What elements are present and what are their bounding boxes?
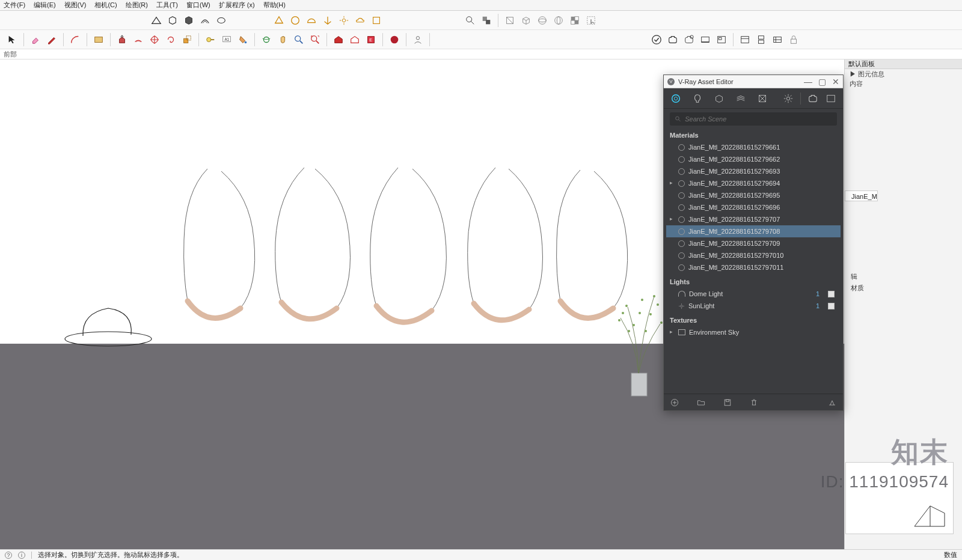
vray-prespective-icon[interactable]	[272, 13, 286, 28]
style-texture-icon[interactable]	[182, 13, 196, 28]
vray-fb-icon[interactable]	[714, 32, 729, 47]
menu-file[interactable]: 文件(F)	[4, 1, 25, 10]
vray-sun-icon[interactable]	[337, 13, 351, 28]
text-icon[interactable]: A1	[219, 32, 234, 47]
info-icon[interactable]: i	[18, 552, 25, 559]
vray-framebuf-icon[interactable]	[825, 93, 837, 105]
orbit-icon[interactable]	[259, 32, 274, 47]
vray-dome-icon[interactable]	[304, 13, 319, 28]
style-xray-icon[interactable]	[198, 13, 212, 28]
vray-material-item[interactable]: JianE_Mtl_20228816152797010	[666, 249, 841, 261]
vray-material-item[interactable]: JianE_Mtl_2022881615279661	[666, 141, 841, 153]
arc-icon[interactable]	[68, 32, 82, 47]
tray-entity-info[interactable]: ▶ 图元信息	[845, 69, 962, 79]
vray-settings-gear-icon[interactable]	[782, 93, 794, 105]
maximize-icon[interactable]: ▢	[818, 77, 826, 87]
menu-view[interactable]: 视图(V)	[64, 1, 87, 10]
vray-asset-icon[interactable]	[649, 32, 664, 47]
vray-batch-icon[interactable]	[738, 32, 752, 47]
vray-stack-icon[interactable]	[754, 32, 768, 47]
close-icon[interactable]: ✕	[832, 77, 839, 87]
vray-plane-icon[interactable]	[320, 13, 335, 28]
vray-tab-textures-icon[interactable]	[735, 93, 747, 105]
vray-material-item[interactable]: JianE_Mtl_2022881615279696	[666, 201, 841, 213]
vray-material-item[interactable]: JianE_Mtl_2022881615279709	[666, 237, 841, 249]
zoom-extents-icon[interactable]	[308, 32, 322, 47]
vray-delete-icon[interactable]	[749, 398, 759, 407]
vray-light-item[interactable]: SunLight1	[666, 300, 841, 312]
minimize-icon[interactable]: ―	[804, 77, 812, 87]
vray-add-icon[interactable]	[670, 398, 679, 407]
select-region-icon[interactable]	[463, 13, 477, 28]
menu-extensions[interactable]: 扩展程序 (x)	[219, 1, 255, 10]
vray-material-item[interactable]: JianE_Mtl_2022881615279693	[666, 165, 841, 177]
viewport[interactable]: 默认面板 ▶ 图元信息 内容 JianE_M 辑 材质 V V-Ray Asse…	[0, 59, 962, 549]
zoom-icon[interactable]	[292, 32, 306, 47]
vray-light-item[interactable]: Dome Light1	[666, 288, 841, 300]
light-enable-checkbox[interactable]	[828, 303, 835, 309]
vray-material-item[interactable]: JianE_Mtl_2022881615279662	[666, 153, 841, 165]
chevron-right-icon[interactable]: ▸	[670, 329, 673, 335]
vray-texture-item[interactable]: ▸Environment Sky	[666, 326, 841, 338]
menu-draw[interactable]: 绘图(R)	[126, 1, 148, 10]
vray-tab-settings-icon[interactable]	[756, 93, 768, 105]
warehouse-open-icon[interactable]	[348, 32, 362, 47]
vray-viewport-icon[interactable]	[698, 32, 712, 47]
pencil-icon[interactable]	[44, 32, 59, 47]
offset-icon[interactable]	[131, 32, 146, 47]
vray-interactive-icon[interactable]	[682, 32, 696, 47]
style-line-icon[interactable]	[149, 13, 164, 28]
vray-tab-materials-icon[interactable]	[670, 93, 682, 105]
select-tool-icon[interactable]	[5, 32, 19, 47]
vray-asset-editor-panel[interactable]: V V-Ray Asset Editor ― ▢ ✕	[663, 75, 844, 411]
light-enable-checkbox[interactable]	[828, 291, 835, 297]
pan-icon[interactable]	[275, 32, 290, 47]
scale-icon[interactable]	[180, 32, 194, 47]
vray-render-icon[interactable]	[807, 93, 819, 105]
wire-box-icon[interactable]	[503, 13, 517, 28]
vray-purge-icon[interactable]	[827, 398, 837, 407]
vray-material-item[interactable]: JianE_Mtl_2022881615279695	[666, 189, 841, 201]
rotate-icon[interactable]	[164, 32, 178, 47]
tape-icon[interactable]	[203, 32, 218, 47]
chevron-right-icon[interactable]: ▸	[670, 216, 673, 222]
tray-title[interactable]: 默认面板	[845, 59, 962, 69]
wire-globe-icon[interactable]	[551, 13, 566, 28]
vray-material-item[interactable]: JianE_Mtl_20228816152797011	[666, 261, 841, 273]
move-icon[interactable]	[147, 32, 162, 47]
menu-tools[interactable]: 工具(T)	[156, 1, 178, 10]
account-icon[interactable]	[411, 32, 425, 47]
vray-history-icon[interactable]	[770, 32, 785, 47]
vray-material-item[interactable]: ▸JianE_Mtl_2022881615279694	[666, 177, 841, 189]
vray-open-icon[interactable]	[696, 398, 706, 407]
region-select-icon[interactable]	[584, 13, 598, 28]
menu-help[interactable]: 帮助(H)	[263, 1, 286, 10]
vray-save-icon[interactable]	[723, 398, 732, 407]
vray-material-item[interactable]: JianE_Mtl_2022881615279708	[666, 225, 841, 237]
menu-edit[interactable]: 编辑(E)	[34, 1, 56, 10]
wire-cube-icon[interactable]	[519, 13, 533, 28]
vray-logo-icon[interactable]	[387, 32, 402, 47]
eraser-icon[interactable]	[28, 32, 43, 47]
tray-material-tab[interactable]: 材质	[845, 284, 962, 293]
menu-window[interactable]: 窗口(W)	[186, 1, 210, 10]
vray-render-icon[interactable]	[666, 32, 680, 47]
vray-search-field[interactable]	[670, 112, 837, 126]
tray-material-name[interactable]: JianE_M	[845, 190, 878, 201]
style-mono-icon[interactable]	[214, 13, 228, 28]
menu-camera[interactable]: 相机(C)	[94, 1, 117, 10]
warehouse-icon[interactable]	[331, 32, 346, 47]
extension-icon[interactable]: E	[364, 32, 378, 47]
select-add-icon[interactable]	[479, 13, 494, 28]
vray-sphere-icon[interactable]	[288, 13, 302, 28]
rectangle-icon[interactable]	[91, 32, 106, 47]
vray-box-icon[interactable]	[369, 13, 384, 28]
help-icon[interactable]: ?	[5, 552, 12, 559]
vray-lock-icon[interactable]	[786, 32, 801, 47]
chevron-right-icon[interactable]: ▸	[670, 180, 673, 186]
vray-tab-geometry-icon[interactable]	[713, 93, 725, 105]
paint-icon[interactable]	[236, 32, 250, 47]
vray-tab-lights-icon[interactable]	[691, 93, 703, 105]
checker-icon[interactable]	[568, 13, 582, 28]
vray-cloud-icon[interactable]	[353, 13, 367, 28]
